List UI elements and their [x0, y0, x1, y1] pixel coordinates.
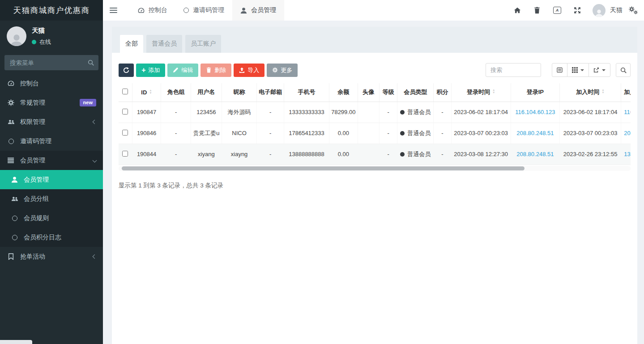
- toolbar: 添加 编辑 删除 导入 更多: [119, 63, 631, 77]
- cell-balance: 0.00: [329, 144, 358, 165]
- sidebar-item-member-group[interactable]: 会员分组: [0, 189, 103, 208]
- sort-icon[interactable]: [149, 89, 152, 94]
- column-header-login-time[interactable]: 登录时间: [451, 83, 511, 102]
- row-checkbox[interactable]: [122, 130, 128, 136]
- menu-search: [4, 55, 98, 70]
- topbar-user-name[interactable]: 天猫: [610, 6, 623, 14]
- chevron-left-icon: [93, 255, 97, 259]
- home-button[interactable]: [508, 0, 527, 21]
- scrollbar-thumb[interactable]: [122, 166, 525, 170]
- settings-button[interactable]: [629, 6, 638, 14]
- table-search-input[interactable]: [486, 63, 541, 77]
- cell-nickname: 海外源码: [222, 102, 257, 123]
- sidebar-item-member-score-log[interactable]: 会员积分日志: [0, 228, 103, 247]
- upload-icon: [239, 67, 245, 73]
- column-header-score: 积分: [434, 83, 451, 102]
- select-all-checkbox[interactable]: [122, 89, 128, 94]
- menu-icon: [110, 8, 117, 8]
- column-header-login-ip: 登录IP: [511, 83, 559, 102]
- column-header-nickname: 昵称: [222, 83, 257, 102]
- bookmark-icon: [7, 253, 15, 260]
- refresh-button[interactable]: [119, 64, 134, 77]
- row-checkbox[interactable]: [122, 109, 128, 115]
- sidebar-item-member-rule[interactable]: 会员规则: [0, 208, 103, 228]
- cell-level: -: [380, 144, 397, 165]
- column-header-email: 电子邮箱: [257, 83, 284, 102]
- admin-app: 天猫商城商户优惠商 天猫 在线 控制台 常规管理 ne: [0, 0, 644, 344]
- search-icon: [620, 67, 627, 73]
- cell-member-type: 普通会员: [397, 102, 434, 123]
- clear-cache-button[interactable]: [527, 0, 547, 21]
- search-icon[interactable]: [88, 59, 94, 66]
- cell-join-time: 2023-02-26 23:12:55: [559, 144, 621, 165]
- sidebar-item-label: 邀请码管理: [20, 137, 51, 145]
- tab-member[interactable]: 会员管理: [232, 0, 284, 21]
- ip-link[interactable]: 13.21: [624, 151, 631, 157]
- cell-role-group: -: [161, 123, 191, 144]
- tab-all[interactable]: 全部: [120, 35, 143, 53]
- sidebar-item-label: 控制台: [20, 80, 39, 88]
- edit-button[interactable]: 编辑: [167, 64, 198, 77]
- horizontal-scrollbar[interactable]: [119, 166, 631, 171]
- sidebar-toggle-button[interactable]: [103, 0, 124, 21]
- sidebar-item-member-parent[interactable]: 会员管理: [0, 151, 103, 170]
- sort-icon[interactable]: [601, 89, 604, 94]
- plus-icon: [141, 67, 145, 74]
- list-alt-icon: [557, 67, 563, 73]
- fullscreen-button[interactable]: [567, 0, 587, 21]
- circle-icon: [10, 216, 19, 221]
- column-header-username: 用户名: [191, 83, 222, 102]
- ip-link[interactable]: 208.80.248.51: [516, 151, 554, 157]
- sidebar-item-label: 会员规则: [24, 214, 49, 222]
- detail-view-button[interactable]: [552, 63, 567, 77]
- column-header-avatar: 头像: [358, 83, 379, 102]
- tab-staff-account[interactable]: 员工账户: [185, 35, 221, 53]
- export-button[interactable]: [589, 63, 610, 77]
- sidebar-item-member[interactable]: 会员管理: [0, 170, 103, 189]
- cell-avatar: [358, 144, 379, 165]
- ip-link[interactable]: 208.80.248.51: [624, 130, 631, 136]
- user-status: 在线: [32, 38, 51, 46]
- cell-id: 190844: [132, 144, 161, 165]
- sidebar-item-order-activity[interactable]: 抢单活动: [0, 247, 103, 266]
- tab-invite-code[interactable]: 邀请码管理: [175, 0, 232, 21]
- sidebar-item-auth[interactable]: 权限管理: [0, 112, 103, 132]
- ip-link[interactable]: 116.104.60.123: [515, 109, 555, 115]
- sidebar-item-general[interactable]: 常规管理 new: [0, 93, 103, 112]
- add-button[interactable]: 添加: [136, 64, 165, 77]
- cell-email: -: [257, 102, 284, 123]
- columns-button[interactable]: [567, 63, 589, 77]
- member-table: ID 角色组 用户名 昵称 电子邮箱 手机号 余额 头像 等级 会员类型 积分 …: [119, 83, 631, 165]
- tab-normal-member[interactable]: 普通会员: [146, 35, 182, 53]
- menu-search-input[interactable]: [4, 55, 98, 70]
- column-header-id[interactable]: ID: [132, 83, 161, 102]
- language-button[interactable]: [547, 0, 567, 21]
- import-button[interactable]: 导入: [234, 64, 264, 77]
- member-type-dot-icon: [400, 131, 405, 136]
- cell-mobile: 17865412333: [284, 123, 329, 144]
- list-icon: [7, 157, 15, 164]
- app-logo[interactable]: 天猫商城商户优惠商: [0, 0, 103, 21]
- table-container: ID 角色组 用户名 昵称 电子邮箱 手机号 余额 头像 等级 会员类型 积分 …: [119, 83, 631, 165]
- sidebar: 天猫商城商户优惠商 天猫 在线 控制台 常规管理 ne: [0, 0, 103, 344]
- caret-down-icon: [580, 69, 584, 71]
- delete-button[interactable]: 删除: [200, 64, 231, 77]
- cell-score: -: [434, 102, 451, 123]
- ip-link[interactable]: 116.104.60.123: [624, 109, 631, 115]
- cell-id: 190847: [132, 102, 161, 123]
- ip-link[interactable]: 208.80.248.51: [516, 130, 554, 136]
- more-button[interactable]: 更多: [267, 64, 298, 77]
- cell-username: 123456: [191, 102, 222, 123]
- filter-tabs: 全部 普通会员 员工账户: [120, 35, 221, 53]
- tab-dashboard[interactable]: 控制台: [130, 0, 175, 21]
- corner-widget[interactable]: [0, 340, 32, 344]
- sidebar-item-dashboard[interactable]: 控制台: [0, 74, 103, 93]
- cell-login-ip: 208.80.248.51: [511, 144, 559, 165]
- advanced-search-button[interactable]: [616, 63, 631, 77]
- column-header-join-time[interactable]: 加入时间: [559, 83, 621, 102]
- topbar-avatar[interactable]: [593, 4, 606, 17]
- sort-icon[interactable]: [492, 89, 495, 94]
- export-icon: [593, 67, 599, 73]
- row-checkbox[interactable]: [122, 151, 128, 157]
- sidebar-item-invite-code[interactable]: 邀请码管理: [0, 132, 103, 151]
